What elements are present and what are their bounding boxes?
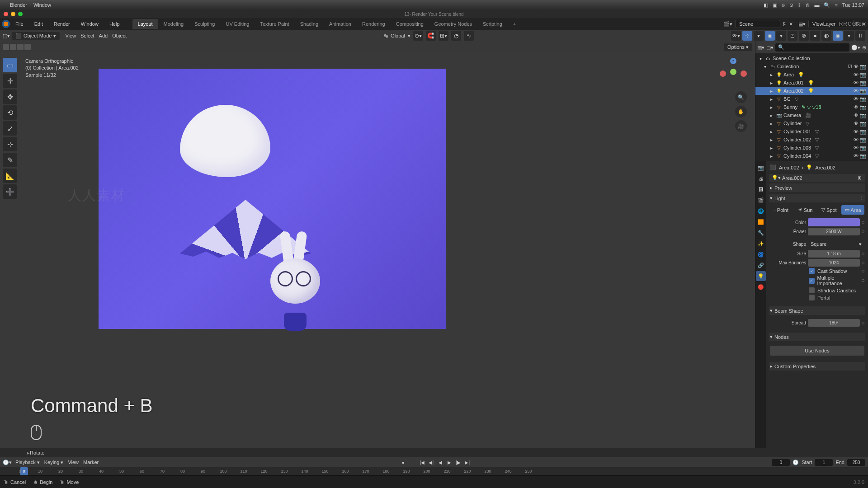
jump-prev-key-button[interactable]: ◀|	[427, 458, 435, 466]
menubar-icon[interactable]: ⊙	[789, 2, 793, 8]
tree-row[interactable]: ▸▽Bunny✎ ▽ ▽18👁📷	[755, 103, 868, 111]
workspace-tab-rendering[interactable]: Rendering	[357, 19, 391, 29]
gizmo-toggle-button[interactable]: ⊹	[742, 31, 752, 41]
clock-icon[interactable]: 🕐	[793, 460, 799, 465]
workspace-tab-texture[interactable]: Texture Paint	[255, 19, 294, 29]
tree-row[interactable]: ▸▽Cylinder▽👁📷	[755, 119, 868, 127]
light-type-point[interactable]: ·Point	[770, 205, 793, 215]
timeline-ruler[interactable]: 0 01020304050607080901001101201301401501…	[0, 467, 868, 475]
tree-collection[interactable]: ▾🗀 Collection ☑👁📷	[755, 62, 868, 70]
editor-type-button[interactable]: ⬚▾	[3, 33, 10, 39]
tree-row[interactable]: ▸▽Cylinder.001▽👁📷	[755, 127, 868, 136]
multiple-importance-checkbox[interactable]: ✓	[809, 278, 815, 284]
start-frame-input[interactable]: 1	[815, 459, 833, 466]
annotate-tool[interactable]: ✎	[3, 153, 17, 167]
navigation-gizmo[interactable]: Z	[720, 58, 747, 85]
battery-icon[interactable]: ▬	[814, 2, 819, 8]
panel-light[interactable]: ▾Light⋮	[769, 194, 865, 202]
snap-button[interactable]: 🧲	[426, 31, 436, 41]
blender-icon[interactable]	[2, 20, 10, 28]
outliner-type-button[interactable]: ▤▾	[757, 45, 764, 51]
gizmo-z-axis[interactable]: Z	[730, 58, 736, 64]
keyframe-dot[interactable]	[862, 279, 864, 282]
tree-row[interactable]: ▸💡Area.002💡👁📷	[755, 87, 868, 95]
close-window-button[interactable]	[4, 12, 8, 16]
shading-options-button[interactable]: ▾	[844, 31, 854, 41]
workspace-tab-compositing[interactable]: Compositing	[391, 19, 429, 29]
max-bounces-input[interactable]: 1024	[808, 259, 860, 267]
tree-row[interactable]: ▸▽Cylinder.002▽👁📷	[755, 136, 868, 144]
workspace-tab-shading[interactable]: Shading	[295, 19, 324, 29]
workspace-tab-uv[interactable]: UV Editing	[220, 19, 255, 29]
keyframe-dot[interactable]	[862, 270, 864, 272]
props-tab-object[interactable]: 🟧	[756, 217, 766, 227]
select-mode-1[interactable]	[3, 44, 9, 50]
orientation-icon[interactable]: ↹	[384, 33, 388, 39]
use-nodes-button[interactable]: Use Nodes	[770, 346, 864, 356]
filter-button[interactable]: ⚪▾	[851, 45, 860, 51]
light-type-sun[interactable]: ☀Sun	[794, 205, 817, 215]
control-center-icon[interactable]: ≡	[835, 2, 837, 8]
overlays-options-button[interactable]: ▾	[776, 31, 786, 41]
play-reverse-button[interactable]: ◀	[436, 458, 444, 466]
tree-scene-collection[interactable]: ▾🗀 Scene Collection	[755, 54, 868, 62]
workspace-tab-geonodes[interactable]: Geometry Nodes	[429, 19, 477, 29]
props-tab-particles[interactable]: ✨	[756, 239, 766, 249]
data-name-field[interactable]: 💡▾ Area.002 ⛨	[769, 174, 865, 182]
new-collection-button[interactable]: ⊕	[862, 45, 866, 51]
keyframe-dot[interactable]	[862, 230, 864, 233]
jump-next-key-button[interactable]: |▶	[454, 458, 462, 466]
rotate-panel[interactable]: Rotate	[30, 450, 44, 455]
light-type-area[interactable]: ▭Area	[841, 205, 864, 215]
props-tab-data[interactable]: 💡	[756, 271, 766, 281]
props-tab-physics[interactable]: 🌀	[756, 249, 766, 259]
spotlight-icon[interactable]: 🔍	[824, 2, 830, 8]
add-workspace-button[interactable]: +	[508, 19, 521, 29]
options-dropdown[interactable]: Options ▾	[724, 43, 752, 51]
gizmo-y-axis[interactable]	[730, 69, 736, 75]
window-menu[interactable]: Window	[78, 19, 101, 28]
shading-solid-button[interactable]: ●	[810, 31, 820, 41]
workspace-tab-sculpting[interactable]: Sculpting	[189, 19, 220, 29]
workspace-tab-scripting[interactable]: Scripting	[477, 19, 508, 29]
visibility-button[interactable]: 👁▾	[731, 31, 741, 41]
pan-button[interactable]: ✋	[735, 106, 747, 117]
keyframe-dot[interactable]	[862, 253, 864, 255]
measure-tool[interactable]: 📐	[3, 169, 17, 183]
marker-menu[interactable]: Marker	[83, 460, 99, 465]
mac-app-name[interactable]: Blender	[10, 2, 27, 8]
cursor-tool[interactable]: ✛	[3, 74, 17, 88]
bluetooth-icon[interactable]: ᛒ	[798, 2, 801, 8]
timeline-view-menu[interactable]: View	[68, 460, 79, 465]
outliner-search-input[interactable]: 🔍	[775, 43, 849, 52]
props-tab-output[interactable]: 🖨	[756, 174, 766, 183]
menubar-icon[interactable]: ◧	[764, 2, 768, 8]
tree-row[interactable]: ▸▽Cylinder.003▽👁📷	[755, 144, 868, 152]
snap-target-button[interactable]: ⊞▾	[439, 31, 448, 41]
gizmo-x-axis[interactable]	[720, 70, 726, 77]
menubar-icon[interactable]: ⎋	[782, 2, 785, 8]
zoom-button[interactable]: 🔍	[735, 91, 747, 103]
menubar-icon[interactable]: ▣	[773, 2, 777, 8]
shading-rendered-button[interactable]: ◉	[833, 31, 843, 41]
gizmo-options-button[interactable]: ▾	[754, 31, 764, 41]
props-tab-constraints[interactable]: 🔗	[756, 260, 766, 270]
panel-nodes[interactable]: ▾Nodes	[769, 333, 865, 341]
overlays-toggle-button[interactable]: ◉	[765, 31, 775, 41]
end-frame-input[interactable]: 250	[847, 459, 865, 466]
tree-row[interactable]: ▸📷Camera🎥👁📷	[755, 111, 868, 119]
select-mode-2[interactable]	[10, 44, 16, 50]
rotate-tool[interactable]: ⟲	[3, 105, 17, 120]
pivot-button[interactable]: ⊙▾	[413, 31, 423, 41]
proportional-falloff-button[interactable]: ∿	[464, 31, 474, 41]
props-tab-scene[interactable]: 🎬	[756, 195, 766, 205]
add-tool[interactable]: ➕	[3, 184, 17, 199]
workspace-tab-animation[interactable]: Animation	[324, 19, 357, 29]
shading-wireframe-button[interactable]: ⊚	[799, 31, 809, 41]
add-menu[interactable]: Add	[99, 33, 108, 38]
select-mode-3[interactable]	[17, 44, 24, 50]
keying-menu[interactable]: Keying ▾	[44, 460, 64, 465]
viewport[interactable]: Options ▾ ▭ ✛ ✥ ⟲ ⤢ ⊹ ✎ 📐 ➕ Camera Ortho…	[0, 42, 755, 448]
autokey-button[interactable]: ●	[399, 458, 407, 466]
maximize-window-button[interactable]	[18, 12, 23, 16]
